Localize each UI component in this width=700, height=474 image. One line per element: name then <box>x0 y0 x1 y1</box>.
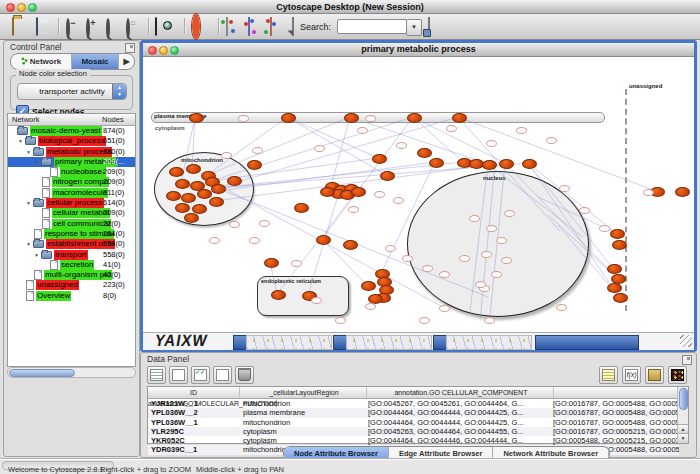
network-node[interactable] <box>429 158 444 168</box>
select-all-attributes-button[interactable]: ✓✓ <box>191 366 210 384</box>
network-node-small[interactable] <box>504 210 515 217</box>
network-node[interactable] <box>166 191 181 201</box>
network-node[interactable] <box>361 281 376 291</box>
zoom-selected-button[interactable] <box>106 20 110 38</box>
network-node[interactable] <box>452 113 467 123</box>
network-node[interactable] <box>175 203 190 213</box>
network-node-small[interactable] <box>491 271 502 278</box>
network-node[interactable] <box>610 229 625 239</box>
open-session-button[interactable] <box>12 18 14 36</box>
network-node-small[interactable] <box>459 255 470 262</box>
network-window-titlebar[interactable]: primary metabolic process <box>143 43 694 57</box>
expand-arrow-icon[interactable]: ▼ <box>18 136 25 146</box>
network-node[interactable] <box>316 235 331 245</box>
expand-arrow-icon[interactable]: ▼ <box>26 198 33 208</box>
table-row-ypl036w__1[interactable]: YPL036W__1mitochondrion[GO:0044464, GO:0… <box>148 418 679 427</box>
network-node-small[interactable] <box>229 221 240 228</box>
network-node-small[interactable] <box>484 317 495 324</box>
network-node-small[interactable] <box>365 115 376 122</box>
search-input[interactable] <box>337 19 407 34</box>
network-node-small[interactable] <box>486 140 497 147</box>
network-node[interactable] <box>320 187 335 197</box>
network-node-small[interactable] <box>252 147 263 154</box>
formula-builder-button[interactable]: f(x) <box>622 366 641 384</box>
matrix-view-button[interactable] <box>668 366 687 384</box>
scroll-thumb[interactable] <box>679 388 688 410</box>
network-canvas[interactable]: plasma membrane cytoplasm mitochondrion … <box>143 57 694 332</box>
expand-arrow-icon[interactable]: ▼ <box>34 250 41 260</box>
tree-row-establishment-of-lo[interactable]: ▼establishment of lo558(0) <box>8 239 135 249</box>
browser-button[interactable] <box>292 18 294 36</box>
notes-button[interactable] <box>599 366 618 384</box>
col-id[interactable]: ID <box>148 387 240 398</box>
network-node[interactable] <box>197 189 212 199</box>
tree-row-response-to-stimulu[interactable]: response to stimulu264(0) <box>8 229 135 239</box>
network-node-small[interactable] <box>291 260 302 267</box>
network-node-small[interactable] <box>486 225 497 232</box>
col-cellular-layout-region[interactable]: _cellularLayoutRegion <box>242 387 367 398</box>
network-node-small[interactable] <box>348 206 359 213</box>
network-node[interactable] <box>184 213 199 223</box>
background-window-thumb[interactable] <box>346 335 432 350</box>
network-node-small[interactable] <box>546 137 557 144</box>
network-node[interactable] <box>675 187 690 197</box>
tree-row-nucleobase-[interactable]: nucleobase-209(0) <box>8 167 135 177</box>
network-node[interactable] <box>227 176 242 186</box>
network-node-small[interactable] <box>314 145 325 152</box>
unselect-all-attributes-button[interactable] <box>213 366 232 384</box>
tree-row-biological-process[interactable]: ▼biological_process651(0) <box>8 136 135 146</box>
network-node-small[interactable] <box>238 115 249 122</box>
network-node-small[interactable] <box>311 297 322 304</box>
network-node-small[interactable] <box>496 237 507 244</box>
tree-col-network[interactable]: Network <box>12 115 40 124</box>
network-node[interactable] <box>211 184 226 194</box>
network-node-small[interactable] <box>374 191 385 198</box>
scroll-thumb[interactable] <box>9 369 75 377</box>
network-node[interactable] <box>169 167 184 177</box>
table-row-ypl036w__2[interactable]: YPL036W__2plasma membrane[GO:0044464, GO… <box>148 408 679 417</box>
background-window-edge[interactable] <box>433 335 447 350</box>
network-node-small[interactable] <box>439 271 450 278</box>
tree-row-unassigned[interactable]: unassigned223(0) <box>8 280 135 290</box>
network-node[interactable] <box>607 283 622 293</box>
create-attribute-button[interactable] <box>169 366 188 384</box>
network-node-small[interactable] <box>385 245 396 252</box>
network-node[interactable] <box>607 264 622 274</box>
snapshot-button[interactable] <box>155 18 157 36</box>
network-node-small[interactable] <box>446 125 457 132</box>
network-node[interactable] <box>482 160 497 170</box>
network-node[interactable] <box>380 171 395 181</box>
tree-col-nodes[interactable]: Nodes <box>102 115 124 124</box>
network-node-small[interactable] <box>249 237 260 244</box>
tree-row-overview[interactable]: Overview8(0) <box>8 291 135 301</box>
table-row-ylr295c[interactable]: YLR295Ccytoplasm[GO:0045263, GO:0044464,… <box>148 427 679 436</box>
advanced-search-button[interactable] <box>428 18 430 36</box>
tree-row-cell-communicat[interactable]: cell communicat22(0) <box>8 219 135 229</box>
tree-row-transport[interactable]: ▼transport558(0) <box>8 250 135 260</box>
network-node[interactable] <box>271 290 286 300</box>
network-node-small[interactable] <box>209 237 220 244</box>
network-node[interactable] <box>613 293 628 303</box>
network-node-small[interactable] <box>419 317 430 324</box>
vizmapper-button[interactable] <box>248 18 250 36</box>
network-node-small[interactable] <box>402 255 413 262</box>
attribute-select-button[interactable] <box>147 366 166 384</box>
expand-arrow-icon[interactable]: ▼ <box>26 147 33 157</box>
tree-row-cellular-metabol[interactable]: cellular metabol209(0) <box>8 208 135 218</box>
table-row-yjr121w__1[interactable]: YJR121W__1mitochondrion[GO:0045267, GO:0… <box>148 399 679 408</box>
network-node-small[interactable] <box>221 152 232 159</box>
network-node[interactable] <box>343 240 358 250</box>
resize-grip-icon[interactable] <box>680 335 692 347</box>
float-panel-icon[interactable] <box>125 43 135 53</box>
network-node[interactable] <box>372 154 387 164</box>
network-node[interactable] <box>189 113 204 123</box>
network-node[interactable] <box>209 197 224 207</box>
network-node[interactable] <box>351 187 366 197</box>
zoom-out-button[interactable]: − <box>66 20 70 38</box>
birdseye-button[interactable] <box>226 18 228 36</box>
zoom-fit-button[interactable]: □ <box>126 20 130 38</box>
background-window-edge[interactable] <box>333 335 347 350</box>
network-node-small[interactable] <box>357 127 368 134</box>
float-panel-icon[interactable] <box>682 355 692 365</box>
import-attributes-button[interactable] <box>645 366 664 384</box>
